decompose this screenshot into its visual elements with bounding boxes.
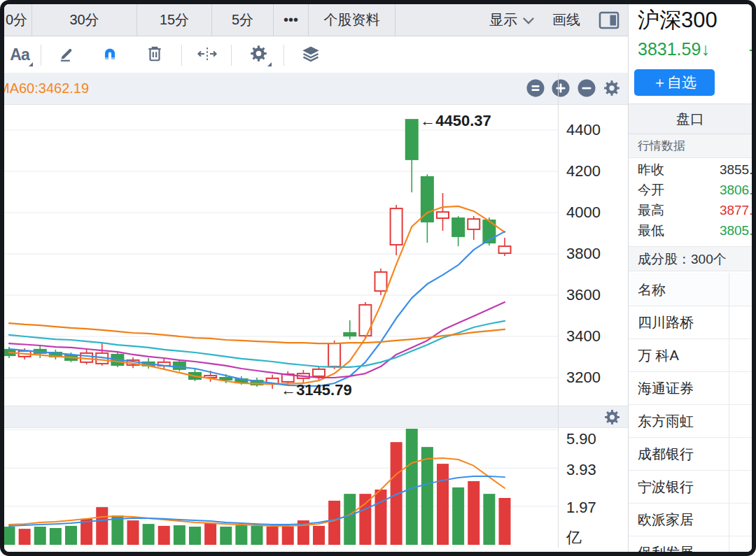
- stock-list-item[interactable]: 宁波银行: [629, 471, 752, 504]
- volume-bar: [235, 525, 247, 545]
- chart-settings-button[interactable]: [244, 43, 272, 68]
- display-label: 显示: [489, 10, 517, 29]
- volume-bar: [499, 498, 511, 545]
- volume-bar: [143, 524, 155, 545]
- volume-chart[interactable]: [4, 428, 558, 548]
- down-arrow-icon: ↓: [701, 39, 710, 59]
- volume-bar: [158, 526, 170, 545]
- stock-list-item[interactable]: 四川路桥: [629, 306, 752, 339]
- add-watchlist-button[interactable]: ＋自选: [634, 69, 715, 96]
- period-tabs: 0分30分15分5分•••个股资料: [4, 4, 396, 36]
- ma20-line: [9, 302, 505, 378]
- volume-bar: [251, 526, 263, 545]
- axis-divider: [558, 73, 559, 548]
- period-tab-4[interactable]: •••: [274, 4, 309, 36]
- quote-label: 最低: [638, 220, 664, 241]
- dropdown-corner-icon: [267, 62, 272, 66]
- divider: [231, 45, 232, 66]
- volume-bar: [328, 501, 340, 545]
- chevron-down-icon: [523, 12, 534, 28]
- quote-value: 3806.1: [720, 180, 752, 200]
- candle-body: [375, 272, 387, 291]
- candle-body: [421, 177, 433, 222]
- layers-icon: [301, 44, 321, 66]
- display-dropdown[interactable]: 显示: [489, 10, 534, 29]
- period-toolbar: 0分30分15分5分•••个股资料 显示 画线: [4, 4, 628, 36]
- price-tick-label: 4000: [566, 204, 622, 222]
- period-tab-2[interactable]: 15分: [137, 4, 212, 36]
- topbar-right: 显示 画线: [489, 4, 628, 36]
- volume-tick-label: 3.93: [566, 461, 622, 479]
- high-annotation: ←4450.37: [420, 112, 491, 129]
- market-data-header: 行情数据: [629, 134, 752, 158]
- text-tool-button[interactable]: Aa: [6, 43, 34, 68]
- draw-line-button[interactable]: 画线: [552, 10, 580, 29]
- magnet-tool-button[interactable]: [96, 43, 124, 68]
- stock-list-item[interactable]: 东方雨虹: [629, 405, 752, 438]
- candle-body: [220, 378, 232, 380]
- price-tick-label: 3800: [566, 245, 622, 263]
- zoom-in-button[interactable]: [552, 79, 570, 97]
- quote-rows: 昨收3855.9今开3806.1最高3877.7最低3805.0: [629, 159, 752, 241]
- price-tick-label: 3200: [566, 369, 622, 387]
- volume-bar: [359, 494, 371, 545]
- volume-bar: [452, 487, 464, 545]
- volume-bar: [34, 527, 46, 545]
- candle-body: [391, 208, 402, 245]
- zoom-out-button[interactable]: [578, 79, 596, 97]
- quote-label: 今开: [638, 180, 664, 200]
- quote-value: 3855.9: [720, 159, 752, 180]
- volume-bar: [65, 526, 77, 545]
- candle-body: [406, 120, 418, 159]
- volume-settings-button[interactable]: [603, 408, 621, 427]
- stock-list-item[interactable]: 万 科A: [629, 339, 752, 372]
- stock-list: 四川路桥万 科A海通证券东方雨虹成都银行宁波银行欧派家居保利发展: [629, 306, 752, 552]
- stock-list-item[interactable]: 成都银行: [629, 438, 752, 471]
- candle-body: [468, 219, 479, 229]
- period-tab-5[interactable]: 个股资料: [309, 4, 396, 36]
- dropdown-corner-icon: [29, 62, 33, 66]
- stock-list-item[interactable]: 海通证券: [629, 372, 752, 405]
- candle-body: [452, 218, 464, 236]
- pencil-icon: [57, 45, 76, 66]
- stock-list-item[interactable]: 保利发展: [629, 536, 752, 552]
- volume-tick-label: 5.90: [566, 430, 622, 448]
- price-tick-label: 3600: [566, 286, 622, 304]
- period-tab-3[interactable]: 5分: [212, 4, 274, 36]
- layers-button[interactable]: [297, 43, 325, 68]
- pankou-header: 盘口: [629, 104, 752, 134]
- volume-bar: [4, 527, 15, 545]
- quote-label: 最高: [638, 200, 664, 220]
- price-tick-label: 4200: [566, 162, 622, 180]
- quote-row: 今开3806.1: [629, 180, 752, 200]
- quote-row: 最高3877.7: [629, 200, 752, 220]
- period-tab-1[interactable]: 30分: [32, 4, 137, 36]
- volume-bar: [344, 494, 356, 545]
- draw-tool-button[interactable]: [52, 43, 80, 68]
- candle-body: [313, 369, 325, 376]
- price-tick-label: 3400: [566, 327, 622, 345]
- constituents-row: 成分股：300个: [629, 246, 752, 271]
- volume-header: [4, 406, 628, 428]
- volume-bar: [220, 527, 232, 545]
- volume-unit-label: 亿: [566, 527, 622, 548]
- stock-list-item[interactable]: 欧派家居: [629, 504, 752, 536]
- candle-body: [328, 343, 340, 366]
- horizontal-adjust-button[interactable]: [193, 43, 221, 68]
- drawing-toolbar: Aa: [4, 37, 628, 73]
- quote-panel: 沪深300 3831.59↓ - ＋自选 盘口 行情数据 昨收3855.9今开3…: [628, 4, 752, 552]
- candlestick-chart[interactable]: ←4450.37←3145.79: [4, 105, 558, 404]
- divider: [284, 45, 284, 66]
- period-tab-0[interactable]: 0分: [4, 4, 32, 36]
- candle-body: [437, 212, 449, 218]
- quote-value: 3805.0: [720, 220, 752, 241]
- quote-label: 昨收: [638, 159, 664, 180]
- index-price: 3831.59↓: [638, 39, 710, 59]
- indicator-settings-button[interactable]: [603, 79, 621, 97]
- low-annotation: ←3145.79: [281, 381, 352, 399]
- toggle-right-panel-button[interactable]: [598, 11, 620, 29]
- delete-drawings-button[interactable]: [141, 43, 169, 68]
- reset-layout-button[interactable]: [526, 79, 545, 97]
- volume-bar: [174, 525, 186, 545]
- volume-bar: [204, 523, 216, 545]
